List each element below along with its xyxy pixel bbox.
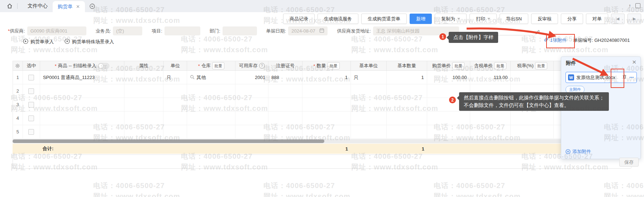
total-price [427, 144, 470, 154]
field-label: 项目: [152, 28, 162, 34]
cell-num: 4 [13, 112, 23, 125]
toolbar-button-生成物流服务[interactable]: 生成物流服务 [318, 14, 358, 24]
cell-reg [268, 112, 302, 125]
field-input-项目[interactable] [164, 26, 200, 35]
batch-button[interactable]: 批量 [328, 62, 340, 69]
tab-history-icon[interactable] [89, 3, 95, 9]
scrollbar-thumb[interactable] [13, 139, 324, 143]
popup-close-icon[interactable]: ✕ [632, 59, 636, 65]
field-input-单据日期[interactable]: 2024-08-07 [288, 26, 328, 35]
cell-attr [124, 71, 164, 84]
prev-record-button[interactable]: ◀ [611, 14, 625, 24]
field-input-供应商发货地址[interactable]: 王总 深圳南山科技园 [373, 26, 459, 35]
watermark-site: 网址：www.tdxsoft.com [604, 192, 644, 197]
batch-button[interactable]: 批量 [212, 62, 224, 69]
toolbar-button-生成购货退货单[interactable]: 生成购货退货单 [361, 14, 407, 24]
cell-base_qty [387, 84, 427, 98]
help-icon[interactable]: ? [259, 63, 265, 69]
toolbar-button-分享[interactable]: 分享 [561, 14, 583, 24]
guide-link-label: 购货单录入 [30, 39, 54, 45]
tab-purchase-order[interactable]: 购货单 ✕ [53, 1, 85, 12]
cell-tax_rate [511, 71, 554, 84]
batch-button[interactable]: 批量 [494, 62, 506, 69]
remarks-box[interactable] [13, 154, 631, 169]
table-row: 5 [13, 125, 631, 139]
next-record-button[interactable]: ▶ [628, 14, 641, 24]
cell-unit [163, 125, 187, 138]
cell-product [40, 112, 124, 125]
plus-circle-icon [566, 149, 571, 154]
row-checkbox[interactable] [28, 129, 34, 135]
total-base_qty: 1 [387, 144, 427, 154]
delete-attachment-icon[interactable] [622, 74, 627, 81]
form-field: 项目: [152, 26, 200, 35]
watermark-phone: 电话：4006-6500-27 [93, 181, 165, 191]
calendar-icon[interactable] [319, 28, 324, 34]
batch-button[interactable]: 批量 [535, 62, 547, 69]
cell-attr [124, 112, 164, 125]
home-icon[interactable] [6, 3, 13, 9]
column-label: 属性 [139, 63, 148, 69]
batch-button[interactable]: 批量 [452, 62, 464, 69]
cell-reg [268, 125, 302, 138]
toolbar-button-反审核[interactable]: 反审核 [531, 14, 558, 24]
attachment-count-link[interactable]: 1张附件 [550, 37, 567, 44]
field-value: (空) [116, 28, 124, 34]
field-input-供应商[interactable]: G0090 供应商001 [27, 26, 86, 35]
search-icon[interactable] [190, 75, 195, 80]
close-tab-icon[interactable]: ✕ [76, 4, 80, 9]
toolbar-button-打印[interactable]: 打印 [469, 14, 497, 24]
toolbar-button-导出SN[interactable]: 导出SN [500, 14, 528, 24]
field-input-业务员[interactable]: (空) [113, 26, 142, 35]
cell-stock [235, 98, 268, 111]
row-checkbox[interactable] [28, 115, 34, 121]
tab-bar: 文件中心 购货单 ✕ ↑ [0, 0, 644, 12]
watermark-site: 网址：www.tdxsoft.com [11, 45, 98, 55]
toolbar-button-复制为[interactable]: 复制为 [435, 14, 467, 24]
row-checkbox[interactable] [28, 102, 34, 108]
cell-unit [163, 98, 187, 111]
step2-badge: 2 [449, 97, 456, 103]
horizontal-scrollbar[interactable] [13, 139, 631, 143]
cell-check [23, 84, 40, 98]
field-value: 王总 深圳南山科技园 [376, 28, 420, 34]
field-input-部门[interactable] [223, 26, 257, 35]
column-label: 税率(%) [517, 63, 534, 69]
cell-unit [163, 112, 187, 125]
guide-link-购货单特殊场景录入[interactable]: 购货单特殊场景录入 [65, 39, 114, 45]
more-actions-icon[interactable]: ⋯ [629, 75, 634, 80]
row-checkbox[interactable] [28, 88, 34, 94]
attachment-file-name[interactable]: 发票信息测试.docx [576, 74, 620, 81]
row-checkbox[interactable] [28, 75, 34, 80]
cell-num: 2 [13, 84, 23, 98]
scroll-top-icon[interactable]: ↑ [629, 3, 631, 9]
play-circle-icon [65, 39, 70, 45]
cell-stock [235, 112, 268, 125]
total-reg [268, 144, 302, 154]
cell-stock [235, 84, 268, 98]
column-label: 可用库存 [239, 63, 258, 69]
add-attachment-button[interactable]: 添加附件 [566, 148, 591, 155]
search-icon [190, 75, 195, 79]
cell-base_unit [351, 84, 387, 98]
save-button[interactable]: 保存 [619, 158, 639, 167]
toolbar-button-新增[interactable]: 新增 [410, 14, 432, 24]
cell-warehouse [187, 84, 235, 98]
column-label: 仓库 [201, 63, 211, 69]
cell-tax_price [470, 112, 511, 125]
edit-pencil-icon[interactable] [535, 29, 540, 36]
cell-attr [124, 84, 164, 98]
toolbar-button-对单[interactable]: 对单 [586, 14, 608, 24]
play-circle-icon [23, 39, 28, 45]
required-asterisk: * [313, 63, 315, 69]
cell-stock: 2001 [235, 71, 268, 84]
toolbar-button-商品记录[interactable]: 商品记录 [283, 14, 315, 24]
column-header-settings[interactable] [13, 61, 23, 70]
play-circle-icon [65, 39, 70, 44]
scan-mode-toggle[interactable] [98, 63, 109, 69]
play-circle-icon [23, 39, 28, 44]
guide-link-购货单录入[interactable]: 购货单录入 [23, 39, 54, 45]
total-tax_rate [511, 144, 554, 154]
tab-file-center[interactable]: 文件中心 [23, 0, 53, 12]
fullscreen-icon[interactable] [635, 3, 640, 8]
